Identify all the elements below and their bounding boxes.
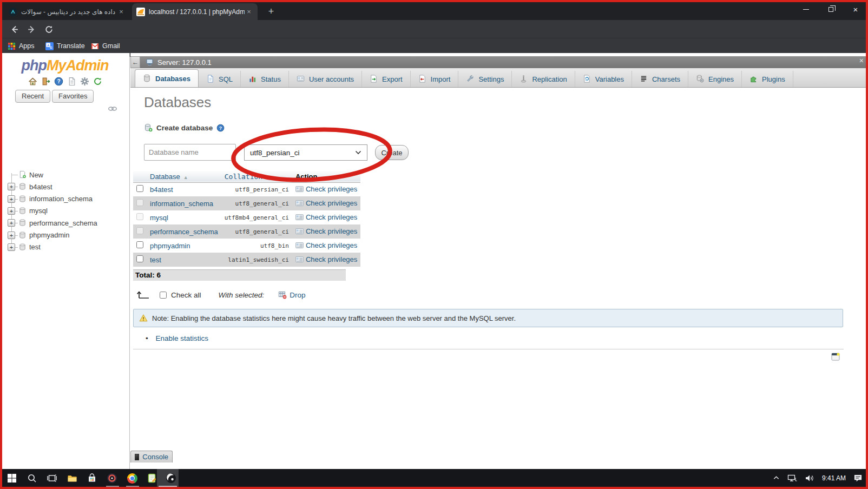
privileges-icon	[295, 214, 304, 220]
row-checkbox[interactable]	[136, 227, 143, 234]
browser-tab-phpmyadmin[interactable]: localhost / 127.0.0.1 | phpMyAdm ×	[132, 3, 258, 20]
check-privileges-link[interactable]: Check privileges	[295, 199, 357, 207]
create-button[interactable]: Create	[375, 145, 409, 160]
action-center-icon[interactable]	[853, 474, 863, 482]
database-icon	[18, 243, 27, 251]
page-related-settings-icon[interactable]	[831, 352, 840, 361]
database-link[interactable]: phpmyadmin	[150, 242, 190, 250]
database-link[interactable]: information_schema	[150, 200, 213, 208]
tree-item-phpmyadmin[interactable]: +phpmyadmin	[0, 229, 130, 241]
network-icon[interactable]	[787, 474, 797, 482]
tab-sql[interactable]: SQL	[199, 71, 241, 87]
check-all-label[interactable]: Check all	[171, 291, 201, 299]
server-breadcrumb[interactable]: Server: 127.0.0.1	[157, 58, 212, 67]
check-privileges-link[interactable]: Check privileges	[295, 185, 357, 193]
tray-chevron-icon[interactable]	[773, 474, 780, 481]
browser-tab-persian-forum[interactable]: داده های جدید در دیتابیس - سوالات ×	[4, 3, 130, 20]
tab-import[interactable]: Import	[411, 71, 459, 87]
header-database[interactable]: Database▲	[147, 171, 221, 182]
check-privileges-link[interactable]: Check privileges	[295, 213, 357, 221]
chrome-icon[interactable]	[122, 471, 142, 485]
tree-item-b4atest[interactable]: +b4atest	[0, 181, 130, 193]
logout-icon[interactable]	[41, 77, 50, 86]
tab-status[interactable]: Status	[241, 71, 289, 87]
favorites-dropdown[interactable]: Favorites	[52, 90, 94, 103]
row-checkbox[interactable]	[136, 185, 143, 192]
help-icon[interactable]: ?	[54, 77, 63, 86]
drop-link[interactable]: Drop	[278, 290, 305, 299]
media-app-icon[interactable]	[102, 471, 122, 485]
row-checkbox[interactable]	[136, 241, 143, 248]
task-view-icon[interactable]	[42, 471, 62, 485]
bookmark-gmail[interactable]: Gmail	[91, 41, 120, 51]
tree-item-performance-schema[interactable]: +performance_schema	[0, 217, 130, 229]
bookmark-translate[interactable]: AG Translate	[45, 41, 85, 51]
tree-item-mysql[interactable]: +mysql	[0, 205, 130, 217]
row-checkbox[interactable]	[136, 255, 143, 262]
file-explorer-icon[interactable]	[62, 471, 82, 485]
server-breadcrumb-bar: Server: 127.0.0.1 ×	[130, 56, 868, 68]
expand-plus-icon[interactable]: +	[8, 219, 15, 227]
check-all-checkbox[interactable]	[160, 292, 167, 299]
tab-user-accounts[interactable]: User accounts	[289, 71, 362, 87]
sidebar-collapse-button[interactable]: ←	[130, 56, 140, 68]
tab-export[interactable]: Export	[362, 71, 411, 87]
tab-close-icon[interactable]: ×	[117, 8, 126, 16]
database-link[interactable]: b4atest	[150, 186, 173, 194]
expand-plus-icon[interactable]: +	[8, 195, 15, 203]
refresh-icon[interactable]	[93, 77, 102, 86]
header-collation[interactable]: Collation	[221, 171, 292, 182]
check-privileges-link[interactable]: Check privileges	[295, 241, 357, 249]
capture-app-button[interactable]	[157, 469, 179, 487]
tree-item-new[interactable]: New	[0, 169, 130, 181]
expand-plus-icon[interactable]: +	[8, 207, 15, 215]
tab-replication[interactable]: Replication	[512, 71, 575, 87]
database-link[interactable]: test	[150, 256, 161, 264]
home-icon[interactable]	[28, 77, 37, 86]
database-link[interactable]: mysql	[150, 214, 168, 222]
serverbar-close-icon[interactable]: ×	[859, 56, 864, 65]
row-checkbox[interactable]	[136, 213, 143, 220]
phpmyadmin-favicon-icon	[136, 8, 145, 16]
database-link[interactable]: performance_schema	[150, 228, 218, 236]
collation-select[interactable]: utf8_persian_ci	[244, 144, 367, 161]
store-icon[interactable]	[82, 471, 102, 485]
unlink-chain-icon[interactable]	[107, 105, 118, 113]
volume-icon[interactable]	[805, 474, 814, 482]
documentation-icon[interactable]	[67, 77, 76, 86]
check-privileges-link[interactable]: Check privileges	[295, 255, 357, 263]
tab-plugins[interactable]: Plugins	[742, 71, 793, 87]
create-help-icon[interactable]: ?	[216, 124, 225, 132]
taskbar-search-icon[interactable]	[22, 471, 42, 485]
console-toggle[interactable]: Console	[130, 451, 173, 462]
row-checkbox[interactable]	[136, 199, 143, 206]
taskbar-clock[interactable]: 9:41 AM	[822, 474, 846, 482]
expand-plus-icon[interactable]: +	[8, 232, 15, 239]
tab-charsets[interactable]: Charsets	[632, 71, 688, 87]
expand-plus-icon[interactable]: +	[8, 243, 15, 251]
window-restore-button[interactable]	[818, 0, 843, 18]
bookmark-apps[interactable]: Apps	[8, 41, 35, 51]
recent-dropdown[interactable]: Recent	[15, 90, 50, 103]
tab-engines[interactable]: Engines	[688, 71, 742, 87]
back-button[interactable]	[6, 22, 22, 37]
new-tab-button[interactable]: +	[264, 5, 278, 19]
enable-statistics-link[interactable]: Enable statistics	[156, 334, 209, 342]
expand-plus-icon[interactable]: +	[8, 183, 15, 190]
forward-button[interactable]	[24, 22, 39, 37]
database-name-input[interactable]	[144, 144, 236, 161]
check-privileges-link[interactable]: Check privileges	[295, 227, 357, 235]
tree-item-information-schema[interactable]: +information_schema	[0, 193, 130, 205]
phpmyadmin-logo[interactable]: phpMyAdmin	[0, 57, 130, 74]
tab-settings[interactable]: Settings	[458, 71, 512, 87]
tab-databases[interactable]: Databases	[135, 69, 199, 87]
privileges-icon	[295, 242, 304, 248]
tab-close-icon[interactable]: ×	[245, 8, 253, 16]
start-button[interactable]	[2, 471, 22, 485]
window-close-button[interactable]: ×	[843, 0, 868, 18]
reload-button[interactable]	[41, 22, 56, 37]
tree-item-test[interactable]: +test	[0, 241, 130, 253]
settings-gear-icon[interactable]	[80, 77, 89, 86]
tab-variables[interactable]: Variables	[575, 71, 632, 87]
window-minimize-button[interactable]	[793, 0, 818, 18]
